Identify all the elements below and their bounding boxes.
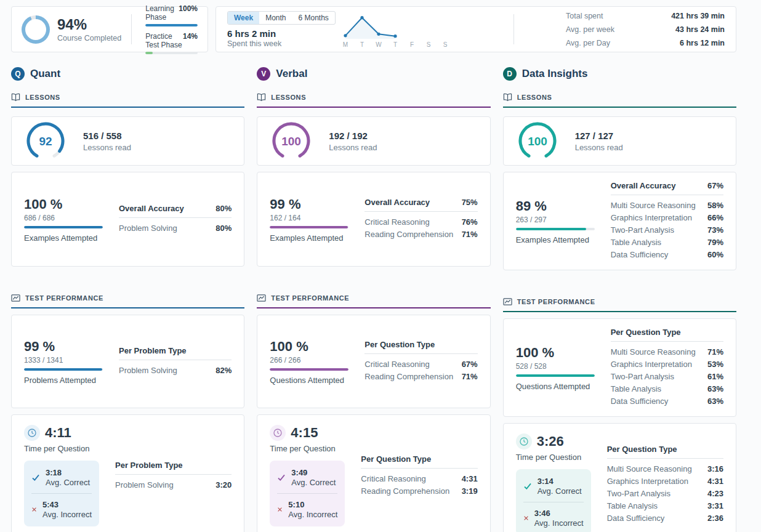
table-header-value: 80% [215, 204, 232, 213]
weekly-activity-sparkline: MTWTFSS [338, 10, 461, 49]
avg-times-box: 3:14 Avg. Correct 3:46 Avg. Incorrect [516, 469, 591, 532]
svg-text:S: S [427, 41, 431, 48]
lessons-read-block: 516 / 558 Lessons read [83, 131, 131, 152]
stat-value: 61% [707, 371, 723, 383]
check-icon [31, 474, 40, 482]
tab-6-months[interactable]: 6 Months [292, 12, 335, 24]
time-per-question-value: 4:11 [45, 425, 71, 441]
stat-label: Data Sufficiency [611, 249, 669, 261]
divider [131, 14, 132, 44]
table-header-label: Per Question Type [607, 445, 677, 454]
stat-label: Reading Comprehension [364, 228, 453, 241]
stat-value: 79% [707, 236, 723, 249]
accuracy-table: Overall Accuracy67%Multi Source Reasonin… [611, 181, 723, 261]
time-spent-caption: Spent this week [227, 39, 333, 48]
avg-incorrect-row: 5:43 Avg. Incorrect [31, 500, 92, 519]
time-per-question-block: 3:26 Time per Question 3:14 Avg. Correct [516, 433, 591, 532]
time-per-question-caption: Time per Question [270, 444, 345, 453]
examples-percent: 99 % [270, 196, 348, 212]
stat-value: 4:23 [707, 488, 723, 500]
test-performance-heading: TEST PERFORMANCE [271, 294, 349, 302]
table-header-label: Per Problem Type [119, 346, 187, 355]
subject-icon: Q [11, 67, 25, 81]
stat-label: Data Sufficiency [607, 512, 665, 525]
time-per-question-card: 4:11 Time per Question 3:18 Avg. Correct [11, 414, 244, 532]
time-per-type-table: Per Question TypeMulti Source Reasoning3… [607, 445, 723, 525]
stat-value: 2:36 [707, 512, 723, 525]
tab-month[interactable]: Month [259, 12, 292, 24]
examples-bar [270, 226, 348, 228]
stat-row: Critical Reasoning67% [364, 358, 477, 371]
avg-correct-row: 3:14 Avg. Correct [523, 477, 584, 496]
stat-row: Table Analysis79% [611, 236, 723, 249]
stat-row: Data Sufficiency2:36 [607, 512, 723, 525]
check-icon [277, 474, 286, 482]
stat-row: Reading Comprehension71% [364, 371, 477, 383]
test-performance-card: 100 % 266 / 266 Questions Attempted Per … [257, 315, 490, 408]
course-completion-ring [22, 15, 50, 44]
tab-week[interactable]: Week [228, 12, 259, 24]
svg-text:100: 100 [528, 135, 547, 148]
subject-header: D Data Insights [503, 67, 736, 81]
avg-correct-value: 3:14 [538, 477, 582, 486]
book-icon [503, 93, 512, 102]
table-header-label: Overall Accuracy [364, 198, 430, 207]
stat-row: Table Analysis3:31 [607, 500, 723, 512]
stat-row: Data Sufficiency60% [611, 249, 723, 261]
lessons-read-block: 127 / 127 Lessons read [575, 131, 623, 152]
time-per-question-card: 4:15 Time per Question 3:49 Avg. Correct [257, 414, 490, 532]
avg-incorrect-label: Avg. Incorrect [42, 510, 92, 519]
stat-value: 3:19 [462, 485, 478, 498]
avg-times-box: 3:18 Avg. Correct 5:43 Avg. Incorrect [24, 461, 99, 526]
stat-label: Two-Part Analysis [607, 488, 670, 500]
stat-label: Critical Reasoning [364, 358, 430, 371]
chart-icon [503, 297, 512, 306]
stat-row: Two-Part Analysis4:23 [607, 488, 723, 500]
avg-correct-value: 3:49 [291, 468, 336, 477]
avg-incorrect-value: 5:43 [42, 500, 92, 509]
svg-text:T: T [393, 41, 397, 48]
lessons-heading: LESSONS [25, 94, 60, 101]
stat-row: Multi Source Reasoning71% [611, 346, 723, 358]
test-performance-card: 100 % 528 / 528 Questions Attempted Per … [503, 318, 736, 417]
stat-label: Reading Comprehension [364, 371, 453, 383]
accuracy-table: Overall Accuracy80%Problem Solving80% [119, 204, 232, 235]
stat-value: 4:31 [462, 473, 478, 485]
divider [31, 493, 92, 494]
clock-bubble [516, 433, 532, 449]
stat-label: Problem Solving [115, 479, 174, 491]
subject-title: Quant [30, 68, 60, 80]
examples-ratio: 162 / 164 [270, 214, 348, 222]
course-completion-caption: Course Completed [57, 34, 121, 42]
stat-value: 3:16 [707, 463, 723, 475]
chart-icon [11, 294, 20, 302]
clock-icon [519, 437, 529, 446]
subject-icon-letter: V [261, 70, 266, 78]
test-caption: Problems Attempted [24, 376, 103, 385]
time-spent-value: 6 hrs 2 min [227, 28, 333, 39]
time-per-question-caption: Time per Question [24, 444, 99, 453]
test-caption: Questions Attempted [516, 382, 595, 391]
course-completion-card: 94% Course Completed Learning Phase 100%… [11, 6, 208, 52]
test-bar [270, 368, 348, 371]
stat-label: Data Sufficiency [611, 395, 669, 408]
stat-label: Multi Source Reasoning [611, 200, 696, 212]
study-time-summary: Week Month 6 Months 6 hrs 2 min Spent th… [227, 11, 333, 48]
stat-label: Table Analysis [607, 500, 658, 512]
stat-row: Reading Comprehension3:19 [361, 485, 477, 498]
avg-correct-row: 3:49 Avg. Correct [277, 468, 337, 487]
stat-value: 63% [707, 395, 723, 408]
table-header-value: 67% [707, 181, 723, 190]
examples-attempted-block: 99 % 162 / 164 Examples Attempted [270, 196, 348, 243]
lessons-read-block: 192 / 192 Lessons read [329, 131, 377, 152]
avg-correct-label: Avg. Correct [46, 478, 90, 487]
book-icon [11, 93, 20, 102]
avg-correct-row: 3:18 Avg. Correct [31, 468, 92, 487]
questions-attempted-block: 99 % 1333 / 1341 Problems Attempted [24, 339, 103, 385]
lessons-heading: LESSONS [271, 94, 306, 101]
test-performance-header: TEST PERFORMANCE [503, 297, 736, 312]
course-completion-percent: 94% [57, 16, 121, 33]
avg-correct-label: Avg. Correct [538, 486, 582, 496]
stat-row: Two-Part Analysis61% [611, 371, 723, 383]
summary-value: 43 hrs 24 min [651, 24, 725, 35]
